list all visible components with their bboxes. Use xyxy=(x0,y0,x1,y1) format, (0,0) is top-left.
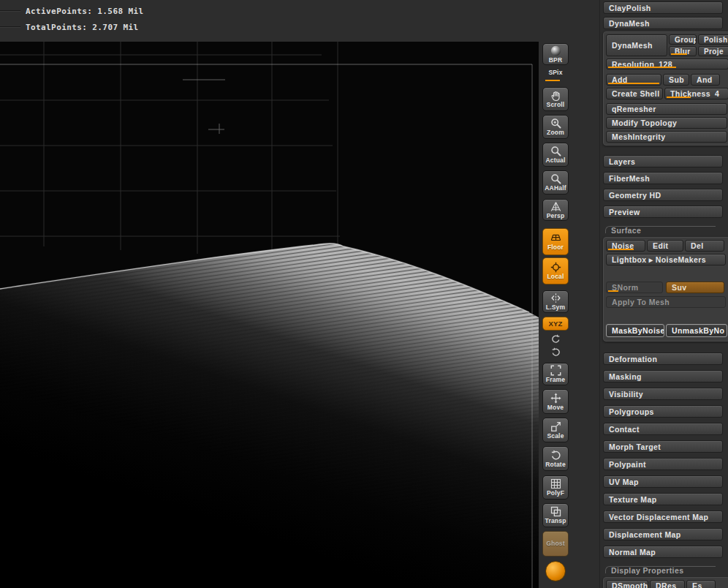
dsmooth-slider[interactable]: DSmooth0 xyxy=(606,580,648,588)
suv-slider[interactable]: Suv xyxy=(666,282,724,293)
spix-slider-fill xyxy=(545,80,560,81)
texture-map-section[interactable]: Texture Map xyxy=(603,493,723,505)
uv-map-section[interactable]: UV Map xyxy=(603,475,723,488)
meshintegrity-section[interactable]: MeshIntegrity xyxy=(606,131,727,143)
create-shell-button[interactable]: Create Shell xyxy=(606,88,663,99)
polish-toggle[interactable]: Polish xyxy=(698,34,728,45)
resolution-slider[interactable]: Resolution128 xyxy=(606,59,728,69)
total-points-readout: TotalPoints: 2.707 Mil xyxy=(26,23,139,32)
mesh-ridges xyxy=(0,244,539,588)
right-shelf: BPR SPix Scroll Zoom Actual AAHalf Persp… xyxy=(541,43,570,581)
rotate-cw-icon xyxy=(550,450,561,461)
surface-subpanel: Noise Edit Del Lightbox ▸ NoiseMakers SN… xyxy=(603,237,728,342)
polypaint-section[interactable]: Polypaint xyxy=(603,458,723,470)
frame-button[interactable]: Frame xyxy=(542,363,569,385)
es-slider[interactable]: Es xyxy=(686,580,716,588)
qremesher-section[interactable]: qRemesher xyxy=(606,103,727,115)
unmaskbynoise-button[interactable]: UnmaskByNo xyxy=(666,324,727,337)
morph-target-section[interactable]: Morph Target xyxy=(603,440,723,453)
floor-button[interactable]: Floor xyxy=(542,228,569,255)
polygroups-section[interactable]: Polygroups xyxy=(603,405,723,418)
magnifier-icon xyxy=(550,173,561,184)
contact-section[interactable]: Contact xyxy=(603,423,723,435)
rotate-cw-button[interactable] xyxy=(547,346,564,358)
hand-icon xyxy=(550,90,561,101)
sphere-icon xyxy=(550,45,561,56)
geometry-hd-section[interactable]: Geometry HD xyxy=(603,189,723,201)
polyf-button[interactable]: PolyF xyxy=(542,475,569,500)
deformation-section[interactable]: Deformation xyxy=(603,353,723,365)
move-button[interactable]: Move xyxy=(542,389,569,414)
scale-button[interactable]: Scale xyxy=(542,418,569,442)
dynamesh-options: Group Polish Blur Proje xyxy=(669,34,728,56)
transp-button[interactable]: Transp xyxy=(542,503,569,527)
scale-arrow-icon xyxy=(550,421,561,432)
left-groove-top xyxy=(0,10,20,12)
layers-section[interactable]: Layers xyxy=(603,155,723,167)
lightbox-noisemakers-button[interactable]: Lightbox ▸ NoiseMakers xyxy=(606,254,726,265)
fibermesh-section[interactable]: FiberMesh xyxy=(603,172,723,184)
dres-slider[interactable]: DRes xyxy=(650,580,685,588)
edit-button[interactable]: Edit xyxy=(647,240,683,252)
visibility-section[interactable]: Visibility xyxy=(603,388,723,400)
vector-displacement-map-section[interactable]: Vector Displacement Map xyxy=(603,510,723,523)
tool-palette: ClayPolish DynaMesh DynaMesh Group Polis… xyxy=(599,0,728,588)
left-groove-bottom xyxy=(0,26,20,28)
xyz-button[interactable]: XYZ xyxy=(542,317,569,331)
thickness-value: 4 xyxy=(715,89,719,98)
dynamesh-section-header[interactable]: DynaMesh xyxy=(603,17,723,29)
wireframe-grid-icon xyxy=(550,478,561,489)
modify-topology-section[interactable]: Modify Topology xyxy=(606,117,727,129)
rotate-cw-icon xyxy=(551,347,561,357)
frame-corners-icon xyxy=(550,365,561,376)
blur-slider[interactable]: Blur xyxy=(669,46,697,56)
rotate-ccw-icon xyxy=(551,334,561,344)
magnifier-icon xyxy=(550,146,561,157)
maskbynoise-button[interactable]: MaskByNoise xyxy=(606,324,664,337)
viewport-canvas[interactable] xyxy=(0,42,539,588)
thickness-slider[interactable]: Thickness4 xyxy=(664,88,728,99)
spix-slider[interactable]: SPix xyxy=(544,69,567,83)
active-points-value: 1.568 Mil xyxy=(97,7,143,16)
perspective-lines-icon xyxy=(550,201,561,212)
dynamesh-subpanel: DynaMesh Group Polish Blur Proje Resolut… xyxy=(603,31,728,146)
zoom-button[interactable]: Zoom xyxy=(542,115,569,139)
rotate-ccw-button[interactable] xyxy=(547,333,564,345)
displacement-map-section[interactable]: Displacement Map xyxy=(603,528,723,540)
noise-slider[interactable]: Noise xyxy=(606,240,645,252)
active-points-readout: ActivePoints: 1.568 Mil xyxy=(26,7,144,16)
sculpt-mesh xyxy=(0,42,539,588)
project-toggle[interactable]: Proje xyxy=(698,46,728,56)
snorm-slider[interactable]: SNorm xyxy=(606,282,663,293)
display-properties-section-header[interactable]: Display Properties xyxy=(603,564,723,575)
preview-section[interactable]: Preview xyxy=(603,206,723,218)
and-toggle[interactable]: And xyxy=(691,74,720,86)
apply-to-mesh-button[interactable]: Apply To Mesh xyxy=(606,296,726,308)
aahalf-button[interactable]: AAHalf xyxy=(542,170,569,195)
normal-map-section[interactable]: Normal Map xyxy=(603,546,723,558)
solo-button[interactable] xyxy=(545,561,566,581)
sub-toggle[interactable]: Sub xyxy=(663,74,689,86)
zbrush-window: ActivePoints: 1.568 Mil TotalPoints: 2.7… xyxy=(0,0,728,588)
target-icon xyxy=(550,262,561,273)
claypolish-button[interactable]: ClayPolish xyxy=(603,1,723,14)
display-properties-subpanel: DSmooth0 DRes Es xyxy=(603,577,728,588)
total-points-value: 2.707 Mil xyxy=(92,23,138,32)
ghost-button[interactable]: Ghost xyxy=(542,531,569,557)
surface-section-header[interactable]: Surface xyxy=(603,224,723,235)
scroll-button[interactable]: Scroll xyxy=(542,87,569,111)
move-cross-icon xyxy=(550,393,561,404)
del-button[interactable]: Del xyxy=(685,240,724,252)
local-button[interactable]: Local xyxy=(542,257,569,284)
actual-button[interactable]: Actual xyxy=(542,143,569,167)
group-toggle[interactable]: Group xyxy=(669,34,697,45)
rotate-button[interactable]: Rotate xyxy=(542,446,569,471)
total-points-label: TotalPoints: xyxy=(26,23,87,32)
lsym-button[interactable]: L.Sym xyxy=(542,290,569,313)
persp-button[interactable]: Persp xyxy=(542,199,569,221)
dynamesh-apply-button[interactable]: DynaMesh xyxy=(606,34,667,56)
add-toggle[interactable]: Add xyxy=(606,74,661,86)
overlap-squares-icon xyxy=(550,506,561,517)
bpr-button[interactable]: BPR xyxy=(542,43,569,65)
masking-section[interactable]: Masking xyxy=(603,370,723,382)
